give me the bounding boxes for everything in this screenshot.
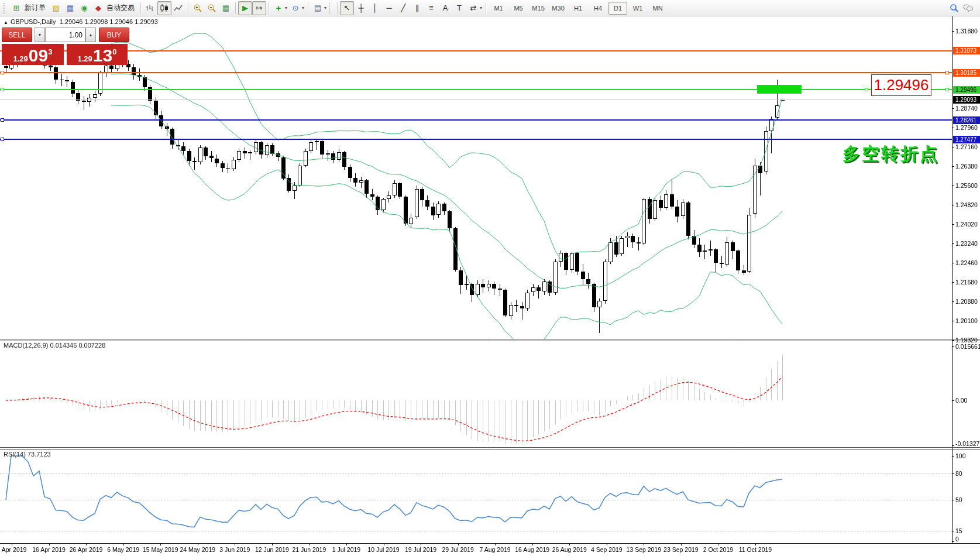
templates-dropdown-icon[interactable]: ▾ <box>324 5 326 11</box>
periods-icon[interactable]: ⊙ <box>288 1 302 15</box>
one-click-trade-panel: SELL ▼ ▲ BUY 1.29 09 3 1.29 13 0 <box>2 28 129 65</box>
new-order-icon[interactable]: ⊞ <box>9 1 23 15</box>
new-order-label[interactable]: 新订单 <box>25 3 46 13</box>
toolbar-separator <box>140 2 141 14</box>
vertical-line-icon[interactable]: │ <box>368 1 382 15</box>
date-label: 26 Apr 2019 <box>70 546 103 553</box>
timeframe-w1-button[interactable]: W1 <box>628 2 647 15</box>
price-tick-label: 1.19320 <box>955 337 978 344</box>
chart-header: ▲GBPUSD-,Daily 1.29046 1.29098 1.29046 1… <box>4 18 158 25</box>
current-price-badge: 1.29093 <box>953 96 980 104</box>
zoom-out-icon[interactable] <box>205 1 219 15</box>
volume-decrease-button[interactable]: ▼ <box>35 28 45 42</box>
sell-price-base: 1.29 <box>13 54 28 63</box>
chart-shift-icon[interactable]: ↦ <box>252 1 266 15</box>
turning-point-annotation[interactable]: 多空转折点 <box>843 142 939 166</box>
market-watch-icon[interactable]: ▦ <box>63 1 77 15</box>
horizontal-line-icon[interactable]: ─ <box>382 1 396 15</box>
price-tick-label: 1.25600 <box>955 182 978 189</box>
volume-increase-button[interactable]: ▲ <box>85 28 96 42</box>
date-label: 19 Jul 2019 <box>405 546 436 553</box>
templates-icon[interactable]: ▤ <box>311 1 325 15</box>
macd-axis-label: -0.013276 <box>955 440 980 447</box>
chat-icon[interactable] <box>961 1 975 15</box>
price-tick-label: 1.31880 <box>955 28 978 35</box>
price-callout-label[interactable]: 1.29496 <box>871 74 931 96</box>
timeframe-m1-button[interactable]: M1 <box>489 2 508 15</box>
toolbar-separator <box>235 2 236 14</box>
equidistant-channel-icon[interactable]: ∥ <box>410 1 424 15</box>
date-label: 29 Jul 2019 <box>442 546 473 553</box>
toolbar-separator <box>337 2 338 14</box>
highlight-box[interactable] <box>757 85 802 94</box>
timeframe-h4-button[interactable]: H4 <box>589 2 607 15</box>
price-tick-label: 1.24820 <box>955 201 978 208</box>
buy-button[interactable]: BUY <box>99 28 129 42</box>
date-label: 11 Oct 2019 <box>739 546 772 553</box>
toolbar-drag-handle[interactable] <box>329 3 332 13</box>
toolbar-separator <box>269 2 269 14</box>
toolbar-separator <box>188 2 188 14</box>
buy-price-button[interactable]: 1.29 13 0 <box>67 44 128 65</box>
tile-windows-icon[interactable]: ▦ <box>219 1 233 15</box>
volume-input[interactable] <box>45 28 85 42</box>
crosshair-icon[interactable]: ┼ <box>354 1 368 15</box>
window-collapse-icon[interactable]: ▲ <box>4 20 8 25</box>
date-label: 6 May 2019 <box>107 546 139 553</box>
arrows-icon[interactable]: ⇄ <box>466 1 480 15</box>
buy-price-point: 0 <box>112 48 116 56</box>
macd-axis-label: 0.00 <box>955 397 967 404</box>
sell-button[interactable]: SELL <box>2 28 32 42</box>
zoom-in-icon[interactable] <box>191 1 205 15</box>
rsi-axis-label: 80 <box>955 470 962 477</box>
chart-surface[interactable] <box>0 0 980 556</box>
macd-indicator-label: MACD(12,26,9) 0.014345 0.007228 <box>4 342 105 349</box>
rsi-axis-label: 15 <box>955 527 962 534</box>
macd-axis-label: 0.015661 <box>955 343 980 350</box>
search-icon[interactable] <box>947 1 961 15</box>
timeframe-h1-button[interactable]: H1 <box>569 2 587 15</box>
chart-symbol-period: GBPUSD-,Daily <box>11 18 56 25</box>
date-label: 12 Jun 2019 <box>255 546 289 553</box>
line-chart-icon[interactable] <box>171 1 185 15</box>
sell-price-button[interactable]: 1.29 09 3 <box>2 44 64 65</box>
rsi-axis-label: 100 <box>955 452 966 459</box>
price-tick-label: 1.27960 <box>955 124 978 131</box>
hline-price-badge: 1.31073 <box>953 47 980 54</box>
hline-price-badge: 1.30185 <box>953 69 980 77</box>
timeframe-mn-button[interactable]: MN <box>648 2 667 15</box>
price-tick-label: 1.20880 <box>955 298 978 305</box>
date-label: 1 Jul 2019 <box>332 546 360 553</box>
auto-scroll-icon[interactable]: ▶ <box>238 1 252 15</box>
chart-ohlc-values: 1.29046 1.29098 1.29046 1.29093 <box>60 18 158 25</box>
date-label: 23 Sep 2019 <box>663 546 699 553</box>
trendline-icon[interactable]: ╱ <box>396 1 410 15</box>
timeframe-d1-button[interactable]: D1 <box>608 2 627 15</box>
indicators-icon[interactable]: + <box>271 1 286 15</box>
timeframe-m5-button[interactable]: M5 <box>509 2 528 15</box>
price-tick-label: 1.23240 <box>955 240 978 247</box>
hline-price-badge: 1.28261 <box>953 116 980 124</box>
text-icon[interactable]: A <box>438 1 452 15</box>
alerts-icon[interactable]: ◉ <box>77 1 91 15</box>
toolbar-separator <box>308 2 308 14</box>
autotrading-label[interactable]: 自动交易 <box>106 3 135 13</box>
periods-dropdown-icon[interactable]: ▾ <box>302 5 304 11</box>
fibonacci-icon[interactable]: ≡ <box>424 1 438 15</box>
candlestick-chart-icon[interactable] <box>157 1 171 15</box>
text-label-icon[interactable]: T <box>452 1 466 15</box>
indicators-dropdown-icon[interactable]: ▾ <box>285 5 287 11</box>
date-label: 13 Sep 2019 <box>627 546 662 553</box>
cursor-icon[interactable]: ↖ <box>340 1 354 15</box>
arrows-dropdown-icon[interactable]: ▾ <box>480 5 482 11</box>
profiles-icon[interactable]: ▨ <box>49 1 63 15</box>
hline-price-badge: 1.27477 <box>953 136 980 143</box>
autotrading-icon[interactable]: ◆ <box>91 1 105 15</box>
toolbar-drag-handle[interactable] <box>4 3 7 13</box>
timeframe-m15-button[interactable]: M15 <box>529 2 548 15</box>
hline-price-badge: 1.29496 <box>953 86 980 94</box>
timeframe-m30-button[interactable]: M30 <box>549 2 568 15</box>
price-tick-label: 1.27160 <box>955 143 978 150</box>
bar-chart-icon[interactable] <box>143 1 157 15</box>
date-label: 16 Apr 2019 <box>32 546 66 553</box>
